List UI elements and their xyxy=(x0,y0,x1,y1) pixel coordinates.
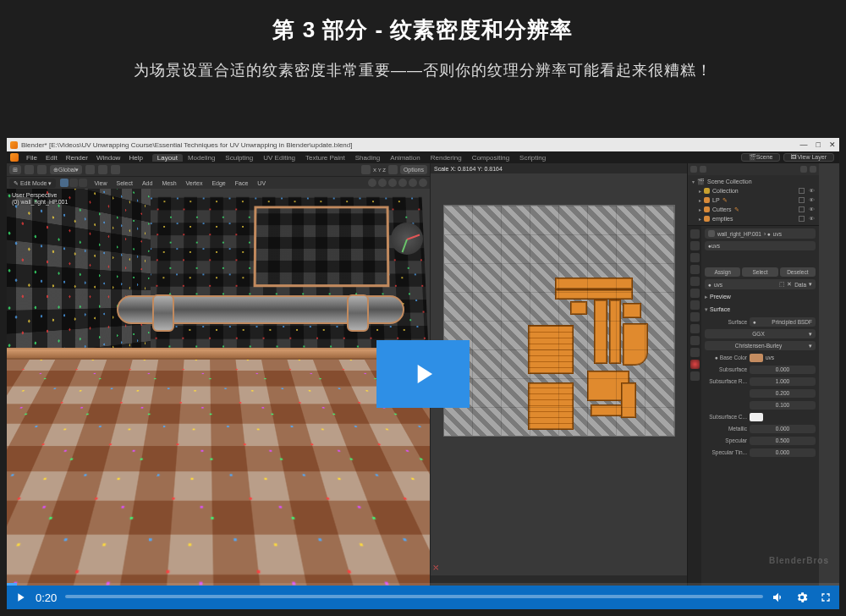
material-datablock[interactable]: ● uvs ⬚ ✕ Data ▾ xyxy=(705,279,816,289)
outliner[interactable]: ▾🎬Scene Collection ▸Collection👁 ▸LP✎👁 ▸C… xyxy=(688,175,819,225)
uv-island[interactable] xyxy=(556,290,632,299)
tab-rendering[interactable]: Rendering xyxy=(426,154,467,162)
filter-icon[interactable] xyxy=(810,166,816,173)
axis-gizmo[interactable] xyxy=(391,223,423,255)
scene-tab-icon[interactable] xyxy=(690,265,700,274)
texture-tab-icon[interactable] xyxy=(690,371,700,381)
render-tab-icon[interactable] xyxy=(690,229,700,239)
minimize-icon[interactable]: — xyxy=(800,140,808,149)
subsurface-value[interactable]: 0.000 xyxy=(750,366,816,374)
select-button[interactable]: Select xyxy=(742,267,777,277)
menu-uv[interactable]: UV xyxy=(255,180,268,186)
menu-face[interactable]: Face xyxy=(233,180,251,186)
deselect-button[interactable]: Deselect xyxy=(780,267,816,277)
outliner-row[interactable]: ▸LP✎👁 xyxy=(690,195,816,205)
viewport-canvas[interactable]: User Perspective (0) wall_right_HP.001 xyxy=(7,189,430,586)
uv-island[interactable] xyxy=(624,304,640,317)
mesh-tab-icon[interactable] xyxy=(690,348,700,357)
fullscreen-icon[interactable] xyxy=(819,591,832,604)
properties-tabs[interactable] xyxy=(688,226,701,586)
outliner-row[interactable]: ▾🎬Scene Collection xyxy=(690,177,816,186)
uv-island[interactable] xyxy=(556,278,632,289)
viewlayer-tab-icon[interactable] xyxy=(690,253,700,262)
pivot-icon[interactable] xyxy=(98,165,107,174)
menu-edit[interactable]: Edit xyxy=(41,154,62,162)
select-mode-group[interactable] xyxy=(60,179,87,187)
menu-render[interactable]: Render xyxy=(62,154,92,162)
sss-radius-value[interactable]: 0.200 xyxy=(750,389,816,398)
menu-window[interactable]: Window xyxy=(92,154,124,162)
output-tab-icon[interactable] xyxy=(690,241,700,250)
maximize-icon[interactable]: □ xyxy=(816,140,821,149)
tab-shading[interactable]: Shading xyxy=(350,154,385,162)
close-icon[interactable]: ✕ xyxy=(829,140,836,149)
tab-modeling[interactable]: Modeling xyxy=(183,154,220,162)
menu-edge[interactable]: Edge xyxy=(209,180,228,186)
settings-icon[interactable] xyxy=(795,591,809,604)
mode-dropdown[interactable]: ✎ Edit Mode ▾ xyxy=(9,179,56,188)
scene-field[interactable]: 🎬 Scene xyxy=(741,153,781,162)
base-color-swatch[interactable] xyxy=(750,354,763,362)
volume-icon[interactable] xyxy=(772,591,785,604)
sss-radius-value[interactable]: 1.000 xyxy=(750,377,816,386)
object-tab-icon[interactable] xyxy=(690,289,700,298)
sss-method-dropdown[interactable]: Christensen-Burley▾ xyxy=(705,341,816,350)
world-tab-icon[interactable] xyxy=(690,277,700,286)
physics-tab-icon[interactable] xyxy=(690,324,700,333)
menu-select[interactable]: Select xyxy=(113,180,135,186)
material-tab-icon[interactable] xyxy=(690,360,700,369)
constraint-tab-icon[interactable] xyxy=(690,336,700,345)
sss-color-swatch[interactable] xyxy=(750,413,763,421)
particle-tab-icon[interactable] xyxy=(690,312,700,322)
seek-track[interactable] xyxy=(65,595,763,598)
gizmo-icon[interactable] xyxy=(388,165,398,174)
editor-type-icon[interactable] xyxy=(690,166,697,173)
toolbar-icon[interactable] xyxy=(37,165,47,174)
tab-animation[interactable]: Animation xyxy=(385,154,426,162)
menu-view[interactable]: View xyxy=(91,180,109,186)
shading-modes[interactable] xyxy=(368,179,427,187)
menu-add[interactable]: Add xyxy=(140,180,155,186)
outliner-row[interactable]: ▸Collection👁 xyxy=(690,186,816,195)
editor-type-button[interactable]: ⊞ xyxy=(9,165,21,174)
menu-mesh[interactable]: Mesh xyxy=(159,180,179,186)
tab-compositing[interactable]: Compositing xyxy=(467,154,514,162)
viewlayer-field[interactable]: 🖼 View Layer xyxy=(783,153,834,162)
uv-island[interactable] xyxy=(529,383,573,429)
specular-value[interactable]: 0.500 xyxy=(750,437,816,445)
uv-island[interactable] xyxy=(610,300,620,363)
uv-island[interactable] xyxy=(624,324,647,365)
uv-island[interactable] xyxy=(571,302,586,314)
metallic-value[interactable]: 0.000 xyxy=(750,425,816,433)
play-button[interactable] xyxy=(14,591,27,604)
uv-island[interactable] xyxy=(595,300,607,363)
tab-scripting[interactable]: Scripting xyxy=(514,154,551,162)
search-icon[interactable] xyxy=(800,166,807,173)
outliner-row[interactable]: ▸empties👁 xyxy=(690,214,816,223)
play-overlay-button[interactable] xyxy=(376,340,470,408)
surface-panel[interactable]: Surface xyxy=(705,305,816,315)
uv-island[interactable] xyxy=(588,371,629,400)
speculartint-value[interactable]: 0.000 xyxy=(750,448,816,457)
shader-dropdown[interactable]: ●Principled BSDF xyxy=(750,317,816,327)
uv-island[interactable] xyxy=(622,383,635,417)
snap-icon[interactable] xyxy=(85,165,95,174)
modifier-tab-icon[interactable] xyxy=(690,300,700,310)
tab-texture-paint[interactable]: Texture Paint xyxy=(300,154,350,162)
distribution-dropdown[interactable]: GGX▾ xyxy=(705,329,816,338)
toolbar-icon[interactable] xyxy=(25,165,34,174)
uv-island[interactable] xyxy=(529,326,573,373)
proportional-icon[interactable] xyxy=(111,165,120,174)
3d-viewport[interactable]: ⊞ ⊕ Global ▾ X Y Z Options ✎ Edit M xyxy=(7,163,430,586)
options-dropdown[interactable]: Options xyxy=(400,165,427,174)
uv-island[interactable] xyxy=(591,405,625,415)
orientation-dropdown[interactable]: ⊕ Global ▾ xyxy=(50,165,82,174)
tab-layout[interactable]: Layout xyxy=(152,154,183,162)
video-player[interactable]: Blender* [E:\Videos\UV Unwrapping Course… xyxy=(7,138,839,609)
tab-sculpting[interactable]: Sculpting xyxy=(220,154,258,162)
filter-icon[interactable] xyxy=(700,166,706,173)
preview-panel[interactable]: Preview xyxy=(705,292,816,302)
assign-button[interactable]: Assign xyxy=(705,267,740,277)
tab-uv-editing[interactable]: UV Editing xyxy=(258,154,300,162)
material-slot[interactable]: ● uvs xyxy=(705,241,816,250)
